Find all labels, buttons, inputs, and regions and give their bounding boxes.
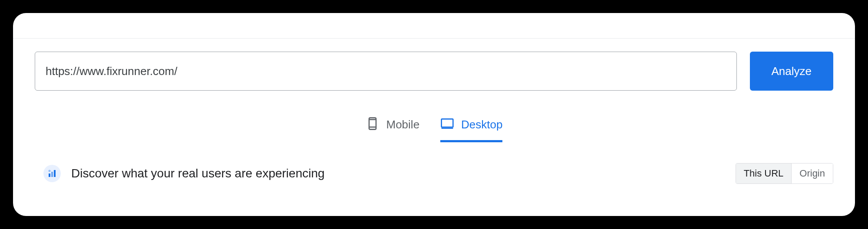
crux-icon [43, 165, 61, 182]
search-row: Analyze [13, 39, 855, 91]
svg-point-8 [49, 170, 51, 172]
tab-mobile[interactable]: Mobile [366, 117, 420, 142]
mobile-icon [366, 117, 380, 132]
tab-mobile-label: Mobile [386, 118, 420, 131]
device-tabs: Mobile Desktop [13, 117, 855, 142]
discover-section: Discover what your real users are experi… [43, 165, 325, 182]
discover-heading: Discover what your real users are experi… [71, 167, 325, 180]
desktop-icon [440, 117, 454, 132]
pagespeed-window: Analyze Mobile Desktop [13, 13, 855, 216]
svg-rect-6 [51, 172, 53, 177]
svg-rect-5 [49, 173, 50, 177]
analyze-button[interactable]: Analyze [750, 52, 834, 91]
tab-desktop-label: Desktop [461, 118, 502, 131]
scope-this-url[interactable]: This URL [736, 164, 792, 183]
svg-rect-3 [442, 119, 453, 127]
scope-origin[interactable]: Origin [791, 164, 833, 183]
url-input[interactable] [35, 52, 737, 91]
scope-toggle: This URL Origin [736, 163, 833, 184]
field-data-header: Discover what your real users are experi… [13, 142, 855, 184]
tab-desktop[interactable]: Desktop [440, 117, 502, 142]
svg-rect-7 [54, 170, 56, 177]
